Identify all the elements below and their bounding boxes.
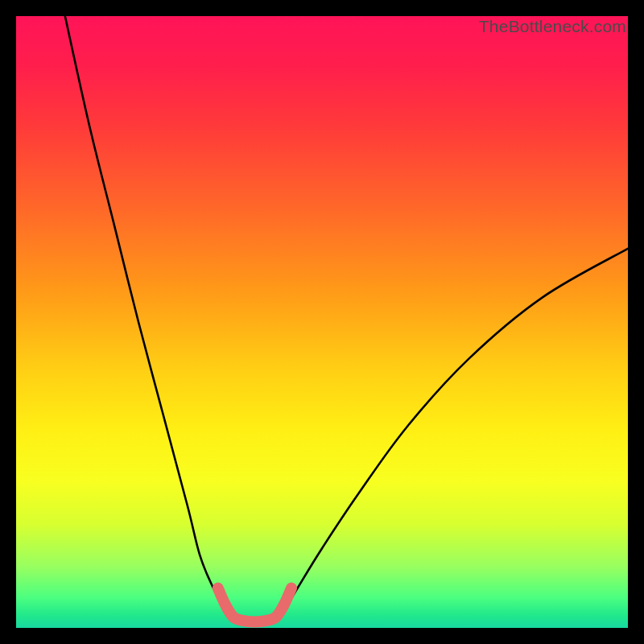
bottom-highlight-curve [218, 588, 291, 622]
bottleneck-curve [65, 16, 628, 621]
chart-frame: TheBottleneck.com [16, 16, 628, 628]
chart-svg [16, 16, 628, 628]
watermark-text: TheBottleneck.com [479, 17, 626, 36]
